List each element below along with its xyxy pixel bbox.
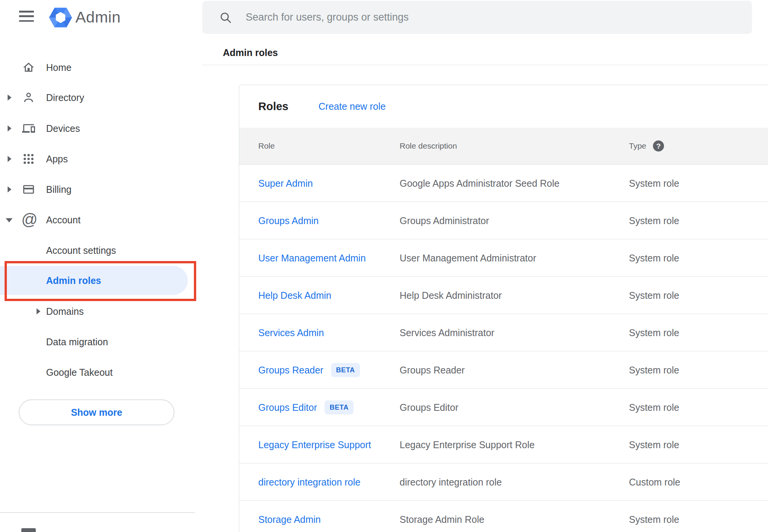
admin-console-page: Admin Home Directory Devices Apps Billin… [0, 0, 768, 532]
at-sign-icon: @ [21, 210, 38, 229]
admin-logo-text: Admin [75, 8, 121, 26]
role-link[interactable]: Groups Reader [258, 364, 323, 375]
role-type: System role [629, 327, 679, 338]
home-icon [22, 61, 35, 74]
role-description: Services Administrator [400, 327, 494, 338]
role-link[interactable]: Groups Editor [258, 402, 317, 413]
role-cell: Help Desk Admin BETA [258, 290, 331, 301]
sidebar-item-label: Billing [46, 184, 72, 195]
roles-table-body: Super Admin BETA Google Apps Administrat… [239, 165, 768, 532]
sidebar-item-label: Google Takeout [46, 367, 113, 378]
role-link[interactable]: Services Admin [258, 327, 324, 338]
role-cell: Legacy Enterprise Support BETA [258, 439, 371, 450]
role-description: Storage Admin Role [400, 514, 484, 525]
table-row: Groups Reader BETA Groups Reader System … [239, 351, 768, 389]
sidebar-item-label: Account settings [46, 245, 116, 256]
partially-scrolled-icon [21, 528, 36, 532]
show-more-button[interactable]: Show more [19, 399, 174, 425]
role-cell: Groups Admin BETA [258, 215, 318, 226]
role-link[interactable]: User Management Admin [258, 252, 366, 263]
role-description: Help Desk Administrator [400, 290, 502, 301]
beta-badge: BETA [331, 363, 360, 377]
table-row: Super Admin BETA Google Apps Administrat… [239, 165, 768, 202]
role-cell: Services Admin BETA [258, 327, 324, 338]
admin-logo-icon [49, 7, 72, 28]
sidebar-item-label: Account [46, 215, 80, 226]
card-title: Roles [258, 100, 288, 113]
role-description: Groups Administrator [400, 215, 489, 226]
role-type: System role [629, 514, 679, 525]
sidebar-item-label: Directory [46, 92, 84, 103]
role-link[interactable]: Super Admin [258, 178, 313, 189]
sidebar: Admin Home Directory Devices Apps Billin… [0, 0, 202, 532]
role-type: System role [629, 252, 679, 263]
role-link[interactable]: Legacy Enterprise Support [258, 439, 371, 450]
create-new-role-link[interactable]: Create new role [318, 101, 386, 112]
expand-right-icon[interactable] [8, 125, 11, 131]
table-row: Legacy Enterprise Support BETA Legacy En… [239, 426, 768, 463]
role-cell: Groups Editor BETA [258, 400, 354, 414]
table-row: Groups Editor BETA Groups Editor System … [239, 389, 768, 426]
hamburger-menu-icon[interactable] [19, 11, 34, 22]
header-divider [202, 65, 768, 65]
sidebar-item-devices[interactable]: Devices [0, 113, 202, 144]
sidebar-divider [0, 512, 195, 513]
search-bar[interactable] [202, 1, 752, 34]
role-link[interactable]: directory integration role [258, 476, 360, 487]
table-row: User Management Admin BETA User Manageme… [239, 239, 768, 277]
role-type: System role [629, 215, 679, 226]
table-header-row: Role Role description Type ? [239, 128, 768, 165]
column-header-type: Type [629, 141, 646, 151]
role-description: Legacy Enterprise Support Role [400, 439, 534, 450]
role-link[interactable]: Help Desk Admin [258, 290, 331, 301]
sidebar-item-directory[interactable]: Directory [0, 82, 202, 113]
role-cell: Super Admin BETA [258, 178, 313, 189]
search-input[interactable] [246, 1, 733, 34]
sidebar-item-apps[interactable]: Apps [0, 144, 202, 174]
role-cell: Storage Admin BETA [258, 514, 321, 525]
expand-right-icon[interactable] [8, 156, 11, 162]
credit-card-icon [22, 183, 35, 196]
sidebar-item-google-takeout[interactable]: Google Takeout [0, 357, 202, 388]
table-row: directory integration role BETA director… [239, 463, 768, 501]
sidebar-item-label: Domains [46, 306, 84, 317]
sidebar-item-label: Data migration [46, 337, 108, 348]
role-description: Groups Reader [400, 364, 465, 375]
role-description: Google Apps Administrator Seed Role [400, 178, 560, 189]
sidebar-item-label: Apps [46, 154, 68, 165]
sidebar-item-data-migration[interactable]: Data migration [0, 327, 202, 357]
table-row: Help Desk Admin BETA Help Desk Administr… [239, 277, 768, 314]
role-type: System role [629, 290, 679, 301]
expand-right-icon[interactable] [8, 186, 11, 192]
column-header-description: Role description [400, 141, 457, 151]
person-icon [22, 91, 35, 104]
role-link[interactable]: Storage Admin [258, 514, 321, 525]
column-header-role: Role [258, 141, 275, 151]
role-description: directory integration role [400, 476, 502, 487]
breadcrumb: Admin roles [223, 47, 278, 58]
role-cell: directory integration role BETA [258, 476, 360, 487]
table-row: Storage Admin BETA Storage Admin Role Sy… [239, 501, 768, 532]
annotation-red-box [5, 261, 196, 301]
roles-card: Roles Create new role Role Role descript… [239, 85, 768, 532]
table-row: Groups Admin BETA Groups Administrator S… [239, 202, 768, 239]
role-cell: User Management Admin BETA [258, 252, 366, 263]
sidebar-item-home[interactable]: Home [0, 52, 202, 83]
sidebar-item-label: Devices [46, 123, 80, 134]
beta-badge: BETA [325, 400, 354, 414]
search-icon [219, 11, 232, 24]
expand-right-icon[interactable] [8, 95, 11, 101]
role-type: Custom role [629, 476, 680, 487]
sidebar-item-label: Home [46, 62, 72, 73]
roles-card-header: Roles Create new role [239, 85, 768, 128]
sidebar-item-account[interactable]: @ Account [0, 205, 202, 235]
expand-down-icon[interactable] [6, 218, 13, 222]
role-cell: Groups Reader BETA [258, 363, 360, 377]
role-type: System role [629, 439, 679, 450]
role-link[interactable]: Groups Admin [258, 215, 318, 226]
sidebar-item-billing[interactable]: Billing [0, 174, 202, 205]
role-type: System role [629, 402, 679, 413]
help-icon[interactable]: ? [653, 141, 664, 152]
table-row: Services Admin BETA Services Administrat… [239, 314, 768, 351]
expand-right-icon[interactable] [37, 308, 40, 314]
